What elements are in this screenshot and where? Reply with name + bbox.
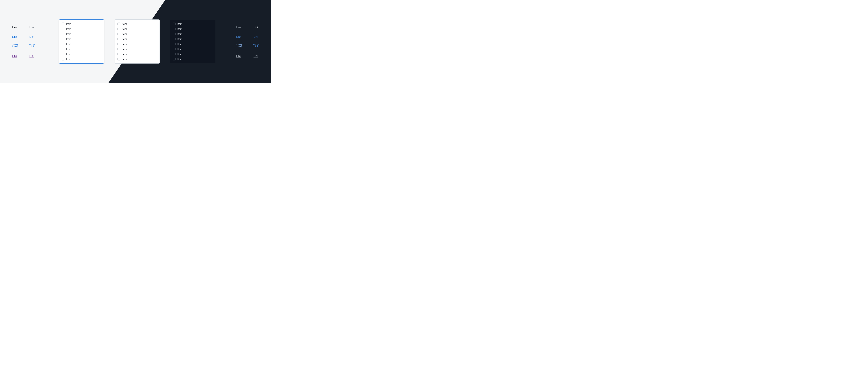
link-focus-alt-dark[interactable]: Link <box>253 45 259 48</box>
list-item[interactable]: Item <box>115 41 160 47</box>
link-focus-dark[interactable]: Link <box>236 45 242 48</box>
checkbox-icon[interactable] <box>62 28 64 30</box>
checkbox-icon[interactable] <box>62 33 64 35</box>
link-focus-alt[interactable]: Link <box>30 45 35 48</box>
content-row: Link Link Link Link Link Link Link Link … <box>0 0 271 83</box>
list-item-label: Item <box>177 37 182 40</box>
list-item[interactable]: Item <box>59 47 104 52</box>
list-item-label: Item <box>66 37 71 40</box>
list-item[interactable]: Item <box>170 52 215 57</box>
link-muted[interactable]: Link <box>30 26 35 29</box>
list-item-label: Item <box>122 48 127 51</box>
checkbox-icon[interactable] <box>118 53 120 55</box>
list-item-label: Item <box>122 37 127 40</box>
checkbox-icon[interactable] <box>62 38 64 40</box>
list-item[interactable]: Item <box>59 36 104 41</box>
checkbox-icon[interactable] <box>173 33 176 35</box>
checkbox-icon[interactable] <box>118 28 120 30</box>
list-item[interactable]: Item <box>170 47 215 52</box>
list-item-label: Item <box>66 58 71 61</box>
list-item-label: Item <box>122 42 127 45</box>
checkbox-icon[interactable] <box>173 58 176 60</box>
checkbox-icon[interactable] <box>118 23 120 25</box>
checkbox-icon[interactable] <box>62 48 64 50</box>
checkbox-icon[interactable] <box>118 43 120 45</box>
list-item-label: Item <box>177 42 182 45</box>
list-item[interactable]: Item <box>59 21 104 26</box>
list-item-label: Item <box>177 48 182 51</box>
list-item[interactable]: Item <box>170 36 215 41</box>
list-item-label: Item <box>122 58 127 61</box>
list-item-label: Item <box>177 53 182 56</box>
checkbox-icon[interactable] <box>173 38 176 40</box>
checkbox-icon[interactable] <box>62 43 64 45</box>
list-item[interactable]: Item <box>170 21 215 26</box>
checkbox-icon[interactable] <box>118 48 120 50</box>
list-item[interactable]: Item <box>170 26 215 31</box>
checkbox-icon[interactable] <box>62 53 64 55</box>
list-item-label: Item <box>66 22 71 25</box>
listbox-selected-light[interactable]: Item Item Item Item Item Item <box>59 20 104 64</box>
listbox-default-light[interactable]: Item Item Item Item Item Item <box>115 20 160 64</box>
list-item[interactable]: Item <box>115 57 160 62</box>
link-visited-alt-dark[interactable]: Link <box>253 54 259 57</box>
list-item-label: Item <box>66 53 71 56</box>
link-muted-dark[interactable]: Link <box>236 26 242 29</box>
link-hover-alt[interactable]: Link <box>30 35 35 38</box>
checkbox-icon[interactable] <box>173 23 176 25</box>
list-item-label: Item <box>122 22 127 25</box>
listbox-dark[interactable]: Item Item Item Item Item Item <box>170 20 215 63</box>
list-item[interactable]: Item <box>115 47 160 52</box>
specimen-canvas: Link Link Link Link Link Link Link Link … <box>0 0 271 83</box>
list-item-label: Item <box>122 53 127 56</box>
checkbox-icon[interactable] <box>62 23 64 25</box>
checkbox-icon[interactable] <box>173 28 176 30</box>
list-item[interactable]: Item <box>59 52 104 57</box>
list-item-label: Item <box>177 27 182 30</box>
link-hover-alt-dark[interactable]: Link <box>253 35 259 38</box>
list-item-label: Item <box>66 48 71 51</box>
dark-link-states: Link Link Link Link Link Link Link Link <box>236 26 259 57</box>
light-link-states: Link Link Link Link Link Link Link Link <box>12 26 35 57</box>
list-item-label: Item <box>66 27 71 30</box>
checkbox-icon[interactable] <box>173 53 176 55</box>
list-item-label: Item <box>177 58 182 61</box>
link-hover[interactable]: Link <box>12 35 18 38</box>
list-item-label: Item <box>122 27 127 30</box>
list-item-label: Item <box>66 32 71 35</box>
list-item[interactable]: Item <box>170 41 215 47</box>
checkbox-icon[interactable] <box>118 38 120 40</box>
list-item[interactable]: Item <box>59 57 104 62</box>
list-item[interactable]: Item <box>170 31 215 36</box>
list-item-label: Item <box>177 22 182 25</box>
list-item[interactable]: Item <box>115 31 160 36</box>
list-item[interactable]: Item <box>115 26 160 31</box>
list-item[interactable]: Item <box>115 21 160 26</box>
link-visited-dark[interactable]: Link <box>236 54 242 57</box>
link-default[interactable]: Link <box>12 26 18 29</box>
checkbox-icon[interactable] <box>173 48 176 50</box>
list-item-label: Item <box>177 32 182 35</box>
list-item[interactable]: Item <box>115 52 160 57</box>
checkbox-icon[interactable] <box>118 33 120 35</box>
list-item[interactable]: Item <box>59 41 104 47</box>
checkbox-icon[interactable] <box>118 58 120 60</box>
checkbox-icon[interactable] <box>62 58 64 60</box>
list-item[interactable]: Item <box>59 26 104 31</box>
list-item[interactable]: Item <box>115 36 160 41</box>
link-visited[interactable]: Link <box>12 54 18 57</box>
checkbox-icon[interactable] <box>173 43 176 45</box>
link-default-dark[interactable]: Link <box>253 26 259 29</box>
list-item[interactable]: Item <box>170 57 215 62</box>
list-item-label: Item <box>66 42 71 45</box>
link-focus[interactable]: Link <box>12 45 18 48</box>
list-item-label: Item <box>122 32 127 35</box>
list-item[interactable]: Item <box>59 31 104 36</box>
link-hover-dark[interactable]: Link <box>236 35 242 38</box>
link-visited-alt[interactable]: Link <box>30 54 35 57</box>
